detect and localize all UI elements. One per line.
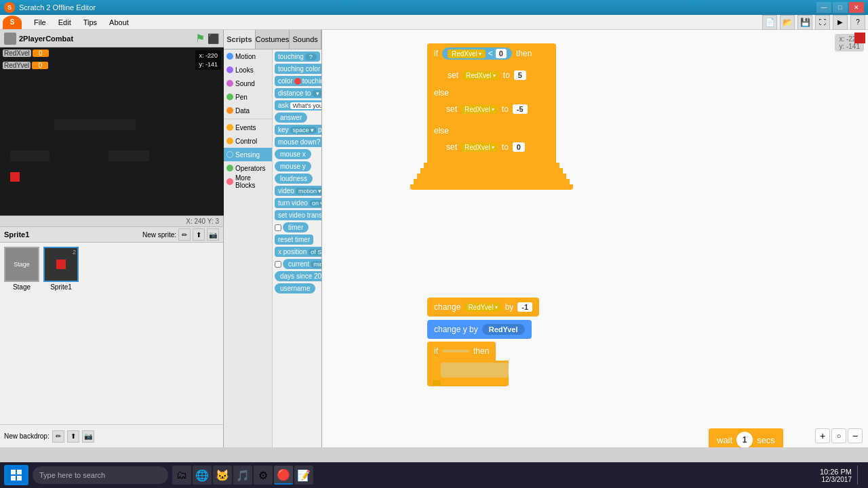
cat-operators[interactable]: Operators	[224, 161, 272, 175]
block-color-touching[interactable]: color touching ?	[275, 76, 321, 86]
script-canvas[interactable]: if RedXvel ▾ < 0 then	[322, 30, 868, 447]
taskbar-edge-icon[interactable]: 🌐	[193, 466, 212, 485]
checkbox-timer[interactable]	[275, 224, 281, 231]
if-partial-body	[427, 361, 509, 380]
sprite1-preview	[56, 260, 66, 269]
taskbar-explorer-icon[interactable]: 🗂	[172, 466, 191, 485]
taskbar-app2[interactable]: 📝	[294, 466, 313, 485]
close-button[interactable]: ✕	[849, 2, 864, 13]
block-ask-wait[interactable]: ask What's your name? and wait	[275, 100, 321, 110]
block-distance-to[interactable]: distance to ▾	[275, 88, 321, 98]
new-sprite-paint[interactable]: ✏	[178, 228, 191, 241]
block-touching[interactable]: touching ?	[275, 52, 320, 62]
help-icon[interactable]: ?	[850, 15, 865, 30]
block-mouse-x[interactable]: mouse x	[275, 149, 311, 159]
start-button[interactable]	[4, 465, 28, 485]
block-turn-video-on[interactable]: turn video on ▾	[275, 198, 321, 208]
cat-events[interactable]: Events	[224, 121, 272, 134]
sprite-item-sprite1[interactable]: 2 Sprite1	[43, 247, 79, 420]
menu-tips[interactable]: Tips	[78, 17, 102, 28]
menu-about[interactable]: About	[104, 17, 134, 28]
if-partial-block[interactable]: if then	[427, 342, 509, 386]
cat-data[interactable]: Data	[224, 104, 272, 117]
block-answer[interactable]: answer	[275, 113, 307, 123]
then-keyword-2: then	[473, 346, 489, 356]
value-0-1[interactable]: 0	[496, 49, 507, 58]
wait-secs-block[interactable]: wait 1 secs	[709, 428, 783, 447]
backdrop-upload[interactable]: ⬆	[67, 430, 79, 443]
if-condition-empty[interactable]	[442, 350, 469, 352]
block-mouse-down[interactable]: mouse down?	[275, 137, 321, 147]
block-key-pressed[interactable]: key space ▾ pressed?	[275, 125, 321, 135]
taskbar-active-app[interactable]: 🔴	[274, 466, 293, 485]
set-redxvel-neg5[interactable]: set RedXvel ▾ to -5	[441, 102, 549, 116]
cat-control[interactable]: Control	[224, 134, 272, 148]
block-loudness[interactable]: loudness	[275, 174, 313, 184]
taskbar-app1[interactable]: ⚙	[254, 466, 273, 485]
block-touching-color[interactable]: touching color ?	[275, 64, 321, 74]
cat-motion[interactable]: Motion	[224, 49, 272, 63]
zoom-in-button[interactable]: +	[815, 428, 830, 443]
set-redxvel-5[interactable]: set RedXvel ▾ to 5	[442, 68, 551, 82]
block-x-position-of[interactable]: x position of Sprite1 ▾	[275, 247, 321, 257]
new-sprite-camera[interactable]: 📷	[207, 228, 219, 241]
new-file-icon[interactable]: 📄	[762, 15, 777, 30]
set-val-5[interactable]: 5	[514, 70, 526, 80]
menu-bar: S File Edit Tips About 📄 📂 💾 ⛶ ▶ ?	[0, 15, 868, 30]
backdrop-camera[interactable]: 📷	[82, 430, 94, 443]
tab-sounds[interactable]: Sounds	[290, 30, 321, 49]
condition-redxvel-lt-0[interactable]: RedXvel ▾ < 0	[442, 47, 512, 60]
maximize-button[interactable]: □	[833, 2, 848, 13]
block-current-minute[interactable]: current minute ▾	[283, 259, 321, 269]
redxvel-dropdown-1[interactable]: RedXvel ▾	[448, 49, 486, 58]
app-logo: S	[4, 2, 15, 13]
block-reset-timer[interactable]: reset timer	[275, 235, 313, 245]
change-val-neg1[interactable]: -1	[517, 302, 532, 312]
set-val-0[interactable]: 0	[513, 142, 525, 152]
green-flag-button[interactable]: ⚑	[195, 32, 205, 45]
show-desktop-button[interactable]	[853, 466, 864, 485]
editor-tabs: Scripts Costumes Sounds	[224, 30, 321, 49]
block-timer[interactable]: timer	[283, 222, 309, 232]
minimize-button[interactable]: —	[816, 2, 831, 13]
sprite-name-stage: Stage	[13, 283, 31, 291]
set-redxvel-dropdown-3[interactable]: RedXvel ▾	[461, 143, 498, 152]
menu-edit[interactable]: Edit	[53, 17, 77, 28]
cat-pen[interactable]: Pen	[224, 90, 272, 104]
tab-costumes[interactable]: Costumes	[256, 30, 290, 49]
open-folder-icon[interactable]: 📂	[780, 15, 795, 30]
stop-button[interactable]: ⬛	[208, 33, 219, 44]
zoom-out-button[interactable]: −	[848, 428, 863, 443]
change-redyvel-block[interactable]: change RedYvel ▾ by -1	[427, 298, 539, 317]
checkbox-current-minute[interactable]	[275, 261, 281, 268]
block-days-since[interactable]: days since 2000	[275, 271, 321, 281]
taskbar-scratch-icon[interactable]: 🐱	[213, 466, 232, 485]
search-box[interactable]: Type here to search	[33, 466, 168, 484]
cat-more-blocks[interactable]: More Blocks	[224, 175, 272, 188]
cat-sound[interactable]: Sound	[224, 77, 272, 90]
cat-looks[interactable]: Looks	[224, 63, 272, 77]
present-icon[interactable]: ▶	[833, 15, 848, 30]
set-redxvel-dropdown-2[interactable]: RedXvel ▾	[461, 105, 498, 114]
change-y-by-block[interactable]: change y by RedYvel	[427, 320, 532, 339]
backdrop-paint[interactable]: ✏	[52, 430, 64, 443]
date-display: 12/3/2017	[822, 476, 852, 483]
new-sprite-upload[interactable]: ⬆	[193, 228, 205, 241]
redyvel-dropdown[interactable]: RedYvel ▾	[465, 303, 500, 312]
tab-scripts[interactable]: Scripts	[224, 30, 256, 49]
fullscreen-icon[interactable]: ⛶	[815, 15, 830, 30]
block-video-transparency[interactable]: set video transparency to 50 %	[275, 210, 321, 220]
block-mouse-y[interactable]: mouse y	[275, 161, 311, 171]
zoom-reset-button[interactable]: ○	[831, 428, 846, 443]
menu-file[interactable]: File	[28, 17, 52, 28]
block-video-motion[interactable]: video motion ▾ on this sprite ▾	[275, 186, 321, 196]
sprite-item-stage[interactable]: Stage Stage	[4, 247, 39, 420]
set-val-neg5[interactable]: -5	[513, 104, 528, 114]
block-username[interactable]: username	[275, 283, 315, 293]
taskbar-media-icon[interactable]: 🎵	[233, 466, 252, 485]
wait-val-1[interactable]: 1	[736, 432, 753, 447]
save-icon[interactable]: 💾	[797, 15, 812, 30]
cat-sensing[interactable]: Sensing	[224, 148, 272, 161]
set-redxvel-0[interactable]: set RedXvel ▾ to 0	[441, 140, 549, 154]
set-redxvel-dropdown-1[interactable]: RedXvel ▾	[462, 71, 499, 80]
